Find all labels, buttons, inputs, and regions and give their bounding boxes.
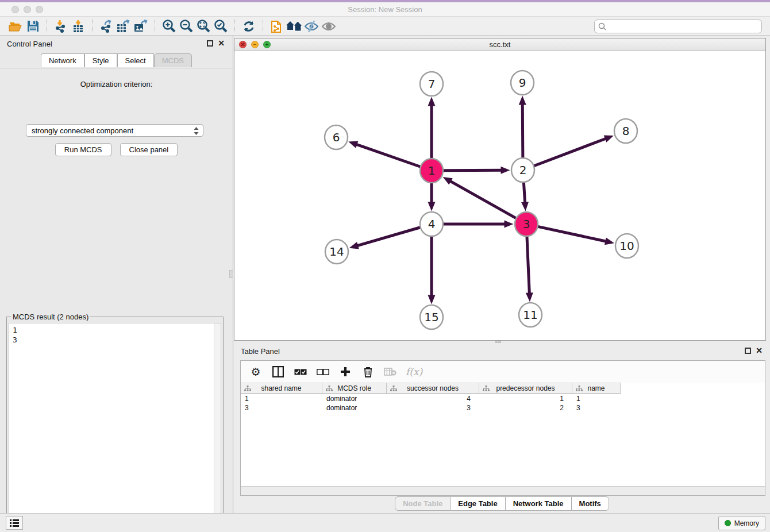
new-network-from-selection-icon[interactable] bbox=[268, 19, 286, 34]
edge-3-1[interactable] bbox=[450, 181, 516, 218]
table-toolbar: ⚙ f(x) bbox=[241, 361, 765, 383]
zoom-out-icon[interactable] bbox=[178, 19, 195, 34]
table-cell[interactable]: 1 bbox=[572, 394, 621, 403]
edge-1-6[interactable] bbox=[356, 144, 420, 167]
node-4[interactable]: 4 bbox=[420, 212, 443, 236]
edge-3-10[interactable] bbox=[538, 226, 606, 241]
import-table-icon[interactable] bbox=[70, 19, 87, 34]
edge-2-3[interactable] bbox=[523, 182, 525, 203]
close-panel-button[interactable]: Close panel bbox=[120, 143, 178, 156]
table-cell[interactable]: 3 bbox=[572, 403, 621, 413]
edge-2-8[interactable] bbox=[534, 138, 606, 166]
network-graph[interactable]: 1234678910111415 bbox=[234, 51, 765, 340]
add-column-icon[interactable] bbox=[338, 365, 352, 379]
svg-text:14: 14 bbox=[329, 245, 344, 259]
tab-mcds[interactable]: MCDS bbox=[154, 53, 192, 67]
tab-motifs[interactable]: Motifs bbox=[571, 496, 609, 511]
node-3[interactable]: 3 bbox=[515, 212, 538, 236]
mcds-result-list[interactable]: 13 bbox=[9, 323, 221, 532]
delete-column-icon[interactable] bbox=[361, 365, 375, 379]
zoom-selected-icon[interactable] bbox=[212, 19, 229, 34]
table-cell[interactable]: dominator bbox=[322, 394, 387, 403]
column-header-name[interactable]: name bbox=[572, 383, 621, 394]
table-cell[interactable]: 3 bbox=[387, 403, 479, 413]
export-image-icon[interactable] bbox=[132, 19, 149, 34]
optimization-criterion-select[interactable]: strongly connected component bbox=[26, 124, 203, 137]
tab-select[interactable]: Select bbox=[117, 53, 154, 67]
node-11[interactable]: 11 bbox=[519, 303, 542, 327]
table-cell[interactable]: 4 bbox=[387, 394, 479, 403]
task-history-button[interactable] bbox=[6, 516, 23, 530]
zoom-in-icon[interactable] bbox=[160, 19, 178, 34]
node-2[interactable]: 2 bbox=[511, 158, 534, 182]
float-panel-icon[interactable] bbox=[207, 40, 213, 47]
table-row[interactable]: 3dominator323 bbox=[241, 403, 765, 413]
table-cell[interactable]: dominator bbox=[322, 403, 387, 413]
search-input[interactable] bbox=[609, 22, 761, 31]
memory-button[interactable]: Memory bbox=[718, 516, 765, 530]
edge-3-11[interactable] bbox=[527, 236, 529, 294]
deselect-all-icon[interactable] bbox=[316, 365, 330, 379]
float-panel-icon[interactable] bbox=[745, 348, 751, 354]
node-10[interactable]: 10 bbox=[615, 234, 638, 258]
edge-1-2[interactable] bbox=[443, 170, 502, 171]
tab-network-table[interactable]: Network Table bbox=[505, 496, 572, 511]
select-all-icon[interactable] bbox=[294, 365, 307, 379]
node-14[interactable]: 14 bbox=[325, 240, 348, 264]
close-panel-icon[interactable]: ✕ bbox=[218, 38, 225, 48]
export-network-icon[interactable] bbox=[98, 19, 115, 34]
import-network-icon[interactable] bbox=[52, 19, 70, 34]
table-panel-header: Table Panel ✕ bbox=[234, 343, 770, 359]
hide-selected-icon[interactable] bbox=[303, 19, 320, 34]
show-all-icon[interactable] bbox=[320, 19, 337, 34]
column-header-shared-name[interactable]: shared name bbox=[241, 383, 322, 394]
column-header-predecessor-nodes[interactable]: predecessor nodes bbox=[479, 383, 572, 394]
optimization-criterion-label: Optimization criterion: bbox=[0, 80, 233, 88]
node-1[interactable]: 1 bbox=[420, 159, 443, 183]
svg-text:11: 11 bbox=[523, 308, 537, 322]
column-header-successor-nodes[interactable]: successor nodes bbox=[387, 383, 479, 394]
close-panel-icon[interactable]: ✕ bbox=[756, 346, 763, 355]
table-cell[interactable]: 3 bbox=[241, 403, 322, 413]
save-session-icon[interactable] bbox=[24, 19, 41, 34]
search-box[interactable] bbox=[594, 20, 762, 33]
result-scrollbar[interactable] bbox=[214, 323, 221, 532]
node-7[interactable]: 7 bbox=[420, 72, 443, 96]
column-layout-icon[interactable] bbox=[271, 365, 285, 379]
tab-network[interactable]: Network bbox=[41, 53, 84, 67]
tab-style[interactable]: Style bbox=[84, 53, 117, 67]
titlebar: Session: New Session bbox=[0, 2, 770, 17]
table-row[interactable]: 1dominator411 bbox=[241, 394, 765, 403]
edge-arrow-1-7 bbox=[428, 97, 436, 106]
edge-4-14[interactable] bbox=[357, 228, 420, 246]
node-15[interactable]: 15 bbox=[420, 305, 443, 329]
edge-arrow-4-15 bbox=[428, 295, 436, 304]
svg-text:1: 1 bbox=[428, 164, 436, 178]
open-file-icon[interactable] bbox=[7, 19, 24, 34]
node-6[interactable]: 6 bbox=[325, 125, 348, 149]
home-icon[interactable] bbox=[286, 19, 303, 34]
svg-text:15: 15 bbox=[424, 310, 438, 324]
network-canvas[interactable]: 1234678910111415 bbox=[234, 51, 765, 340]
optimization-criterion-value: strongly connected component bbox=[32, 126, 133, 135]
table-settings-icon[interactable]: ⚙ bbox=[249, 365, 263, 379]
node-9[interactable]: 9 bbox=[511, 71, 534, 95]
table-cell[interactable]: 1 bbox=[479, 394, 572, 403]
svg-text:10: 10 bbox=[619, 239, 634, 253]
column-header-MCDS-role[interactable]: MCDS role bbox=[322, 383, 387, 394]
table-cell[interactable]: 1 bbox=[241, 394, 322, 403]
node-8[interactable]: 8 bbox=[614, 119, 637, 143]
refresh-icon[interactable] bbox=[240, 19, 257, 34]
mcds-result-line: 1 bbox=[13, 325, 217, 335]
status-bar: Memory bbox=[0, 513, 770, 532]
edge-2-9[interactable] bbox=[522, 103, 523, 158]
zoom-fit-icon[interactable] bbox=[195, 19, 212, 34]
run-mcds-button[interactable]: Run MCDS bbox=[55, 143, 111, 156]
tab-node-table[interactable]: Node Table bbox=[395, 496, 451, 511]
table-cell[interactable]: 2 bbox=[479, 403, 572, 413]
vertical-splitter-grip[interactable] bbox=[229, 270, 233, 278]
table-horizontal-scrollbar[interactable] bbox=[241, 486, 765, 495]
export-table-icon[interactable] bbox=[115, 19, 132, 34]
network-window-titlebar[interactable]: ✕ − + scc.txt bbox=[234, 38, 765, 51]
tab-edge-table[interactable]: Edge Table bbox=[450, 496, 505, 511]
